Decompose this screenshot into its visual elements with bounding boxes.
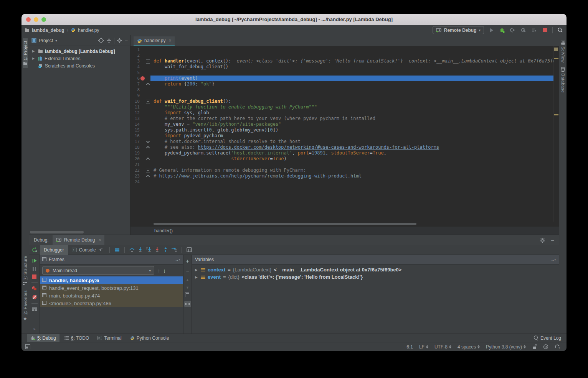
code-line[interactable]: 5 xyxy=(130,70,559,76)
stripe-mark[interactable] xyxy=(554,114,558,115)
tree-item-project-root[interactable]: ▶ lambda_debug [Lambda Debug] xyxy=(29,48,130,55)
code-line[interactable]: 22# General information on remote debugg… xyxy=(130,168,559,173)
gutter[interactable]: 3 xyxy=(130,58,150,64)
code-line[interactable]: 19 pydevd_pycharm.settrace('host.docker.… xyxy=(130,150,559,156)
next-frame-button[interactable]: ↓ xyxy=(163,268,166,274)
close-icon[interactable]: × xyxy=(168,38,171,43)
encoding-widget[interactable]: UTF-8 xyxy=(434,344,451,350)
gutter[interactable]: 20 xyxy=(130,156,150,162)
gutter[interactable]: 8 xyxy=(130,87,150,93)
show-watches-button[interactable] xyxy=(184,301,191,307)
tab-debugger[interactable]: Debugger xyxy=(40,245,68,255)
variable-row[interactable]: ▶context = {LambdaContext} <__main__.Lam… xyxy=(192,266,559,273)
mute-breakpoints-button[interactable] xyxy=(32,294,37,300)
float-panel-icon[interactable]: →▪ xyxy=(550,258,556,262)
debug-session-tab[interactable]: Remote Debug × xyxy=(53,235,105,245)
show-execution-point-button[interactable] xyxy=(113,246,121,254)
toolwindow-favorites-tab[interactable]: 2: Favorites ★ xyxy=(23,288,28,324)
gutter[interactable]: 18 xyxy=(130,145,150,150)
line-separator-widget[interactable]: LF xyxy=(419,344,428,350)
pause-button[interactable] xyxy=(33,267,36,271)
stop-button[interactable] xyxy=(32,274,36,279)
titlebar[interactable]: lambda_debug [~/PycharmProjects/lambda_d… xyxy=(21,14,567,25)
gutter[interactable]: 10 xyxy=(130,99,150,104)
toolwindow-switcher-icon[interactable] xyxy=(25,344,30,349)
gutter[interactable]: 2 xyxy=(130,53,150,58)
step-into-my-code-button[interactable] xyxy=(145,246,153,254)
gutter[interactable]: 11 xyxy=(130,104,150,110)
lock-unlocked-icon[interactable] xyxy=(532,344,537,350)
previous-frame-button[interactable]: ↑ xyxy=(157,268,160,274)
duplicate-watch-button[interactable] xyxy=(186,293,189,297)
code-line[interactable]: 7 return {200: "ok"} xyxy=(130,81,559,87)
fold-marker[interactable] xyxy=(145,58,150,64)
project-panel-title[interactable]: Project xyxy=(39,38,53,43)
hide-panel-button[interactable]: − xyxy=(125,38,128,44)
step-into-button[interactable] xyxy=(136,246,145,254)
toolwindow-debug-tab[interactable]: 5: Debug xyxy=(27,334,59,342)
gear-icon[interactable] xyxy=(540,237,545,243)
toolwindow-sciview-tab[interactable]: SciView xyxy=(561,38,565,65)
breakpoint-dot[interactable] xyxy=(140,76,145,81)
gutter[interactable]: 21 xyxy=(130,162,150,168)
run-dashboard-button[interactable] xyxy=(531,27,538,34)
expand-icon[interactable]: ▶ xyxy=(195,268,199,272)
gutter[interactable]: 15 xyxy=(130,127,150,133)
toolwindow-python-console-tab[interactable]: Python Console xyxy=(127,334,173,342)
code-line[interactable]: 11 """Utility function to enable debuggi… xyxy=(130,104,559,110)
step-out-button[interactable] xyxy=(162,246,170,254)
resume-button[interactable] xyxy=(32,258,37,263)
toolwindow-todo-tab[interactable]: 6: TODO xyxy=(61,334,93,342)
evaluate-expression-button[interactable] xyxy=(185,246,193,254)
event-log-button[interactable]: Event Log xyxy=(533,335,561,341)
run-with-coverage-button[interactable] xyxy=(520,27,527,34)
collapse-all-icon[interactable] xyxy=(106,38,112,43)
code-line[interactable]: 17 # host.docker.internal should resolve… xyxy=(130,139,559,145)
stack-frame[interactable]: main, bootstrap.py:474 xyxy=(40,292,183,299)
code-line[interactable]: 14 my_venv = "venv/lib/python*/site-pack… xyxy=(130,122,559,127)
toolwindow-database-tab[interactable]: Database xyxy=(561,65,565,95)
code-line[interactable]: 16 import pydevd_pycharm xyxy=(130,133,559,139)
toolwindow-project-tab[interactable]: 1: Project xyxy=(23,38,28,68)
stack-frame[interactable]: <module>, bootstrap.py:486 xyxy=(40,299,183,307)
code-line[interactable]: 23# https://www.jetbrains.com/help/pycha… xyxy=(130,173,559,179)
move-up-button[interactable]: ▲ xyxy=(186,278,189,282)
stripe-mark[interactable] xyxy=(554,58,558,59)
editor-error-stripe[interactable] xyxy=(553,46,559,222)
code-line[interactable]: 15 sys.path.insert(0, glob.glob(my_venv)… xyxy=(130,127,559,133)
breadcrumb-scope[interactable]: handler() xyxy=(154,228,173,233)
thread-selector[interactable]: MainThread ▾ xyxy=(42,266,154,275)
gutter[interactable]: 16 xyxy=(130,133,150,139)
gutter[interactable]: 22 xyxy=(130,168,150,173)
gutter[interactable]: 9 xyxy=(130,93,150,99)
stop-button[interactable] xyxy=(542,27,548,34)
indent-widget[interactable]: 4 spaces xyxy=(458,344,480,350)
code-line[interactable]: 4 wait_for_debug_client() xyxy=(130,64,559,70)
gutter[interactable]: 19 xyxy=(130,150,150,156)
debug-button[interactable] xyxy=(499,27,505,34)
toolwindow-terminal-tab[interactable]: Terminal xyxy=(94,334,125,342)
code-line[interactable]: 24 xyxy=(130,179,559,185)
gutter[interactable]: 4 xyxy=(130,64,150,70)
fold-marker[interactable] xyxy=(145,81,150,87)
search-everywhere-button[interactable] xyxy=(557,27,563,34)
toolwindow-structure-tab[interactable]: 7: Structure xyxy=(23,253,28,288)
fold-marker[interactable] xyxy=(145,145,150,150)
code-line[interactable]: 10def wait_for_debug_client(): xyxy=(130,99,559,104)
fold-marker[interactable] xyxy=(145,173,150,179)
code-line[interactable]: 21 xyxy=(130,162,559,168)
gutter[interactable]: 5 xyxy=(130,70,150,76)
add-watch-button[interactable]: + xyxy=(186,258,189,264)
tree-item-external-libraries[interactable]: ▶ External Libraries xyxy=(29,55,130,62)
expand-icon[interactable]: ▶ xyxy=(195,275,199,279)
hide-panel-button[interactable]: − xyxy=(551,237,554,243)
gutter[interactable]: 24 xyxy=(130,179,150,185)
code-area[interactable]: 123def handler(event, context): event: <… xyxy=(130,46,559,222)
code-line[interactable]: 6 print(event) xyxy=(130,76,559,81)
force-step-into-button[interactable] xyxy=(153,246,162,254)
gutter[interactable]: 14 xyxy=(130,122,150,127)
close-icon[interactable]: × xyxy=(98,237,101,243)
more-actions-button[interactable]: » xyxy=(33,327,35,331)
code-line[interactable]: 9 xyxy=(130,93,559,99)
move-down-button[interactable]: ▼ xyxy=(186,286,189,289)
